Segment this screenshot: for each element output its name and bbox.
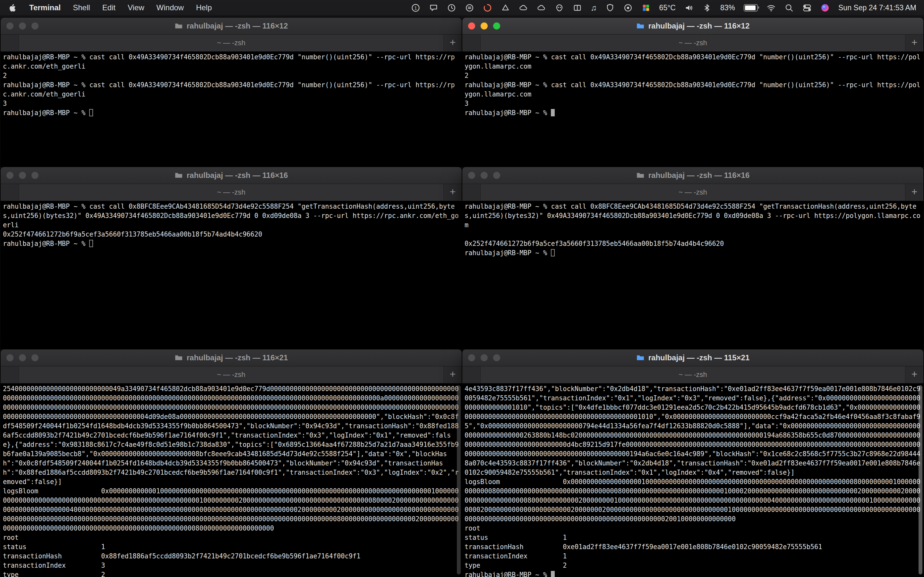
- window-title-text: rahulbajaj — -zsh — 116×16: [187, 171, 288, 180]
- terminal-line: rahulbajaj@RB-MBP ~ % cast call 0x49A334…: [465, 81, 921, 99]
- zoom-button[interactable]: [31, 23, 39, 29]
- close-button[interactable]: [468, 354, 475, 361]
- menu-shell[interactable]: Shell: [73, 3, 90, 12]
- tab-zsh[interactable]: ~ — -zsh: [480, 184, 905, 201]
- terminal-content[interactable]: rahulbajaj@RB-MBP ~ % cast call 0x8BFC8E…: [462, 201, 923, 349]
- app-circle-icon[interactable]: [465, 3, 474, 13]
- volume-icon[interactable]: [684, 3, 694, 13]
- bluetooth-icon[interactable]: [702, 3, 712, 13]
- window-title-text: rahulbajaj — -zsh — 116×16: [648, 171, 750, 180]
- menu-edit[interactable]: Edit: [102, 3, 115, 12]
- screen-record-badge-icon[interactable]: 1: [411, 3, 420, 13]
- tab-zsh[interactable]: ~ — -zsh: [480, 366, 905, 383]
- terminal-line: 3: [3, 99, 459, 108]
- window-titlebar[interactable]: rahulbajaj — -zsh — 116×21: [1, 350, 462, 366]
- new-tab-button[interactable]: +: [444, 366, 462, 383]
- terminal-line: 2: [3, 71, 459, 81]
- terminal-content[interactable]: rahulbajaj@RB-MBP ~ % cast call 0x8BFC8E…: [1, 201, 462, 349]
- shield-icon[interactable]: [606, 3, 615, 13]
- scrollbar[interactable]: [457, 385, 461, 574]
- close-button[interactable]: [6, 172, 13, 179]
- tab-zsh[interactable]: ~ — -zsh: [480, 35, 905, 51]
- scrollbar[interactable]: [919, 385, 922, 574]
- battery-percent: 83%: [720, 3, 735, 12]
- zoom-button[interactable]: [31, 354, 39, 361]
- zoom-button[interactable]: [31, 172, 39, 179]
- battery-fill: [745, 5, 756, 10]
- tab-zsh[interactable]: ~ — -zsh: [19, 35, 444, 51]
- menu-help[interactable]: Help: [196, 3, 212, 12]
- terminal-line: root: [3, 533, 459, 542]
- prompt-line: rahulbajaj@RB-MBP ~ %: [465, 108, 921, 118]
- new-tab-button[interactable]: +: [905, 35, 923, 51]
- minimize-button[interactable]: [481, 354, 488, 361]
- window-titlebar[interactable]: rahulbajaj — -zsh — 116×12: [1, 18, 462, 35]
- terminal-window-top-right: rahulbajaj — -zsh — 116×12 ~ — -zsh + ra…: [462, 18, 923, 167]
- tab-zsh[interactable]: ~ — -zsh: [19, 366, 444, 383]
- terminal-line: 4e43593c8837f17ff436","blockNumber":"0x2…: [465, 384, 921, 477]
- minimize-button[interactable]: [481, 172, 488, 179]
- terminal-content[interactable]: rahulbajaj@RB-MBP ~ % cast call 0x49A334…: [1, 52, 462, 167]
- window-title: rahulbajaj — -zsh — 116×21: [174, 353, 288, 362]
- terminal-content[interactable]: 4e43593c8837f17ff436","blockNumber":"0x2…: [462, 384, 923, 577]
- zoom-button[interactable]: [493, 172, 500, 179]
- cloud-icon[interactable]: [519, 3, 528, 13]
- window-titlebar[interactable]: rahulbajaj — -zsh — 115×21: [462, 350, 923, 366]
- traffic-lights: [468, 23, 500, 29]
- menu-bar-left: Terminal Shell Edit View Window Help: [8, 3, 212, 13]
- music-icon[interactable]: ♫: [591, 3, 597, 13]
- minimize-button[interactable]: [19, 23, 26, 29]
- close-button[interactable]: [468, 172, 475, 179]
- window-tiler-icon[interactable]: [573, 3, 582, 13]
- temperature-reading[interactable]: 65°C: [659, 3, 676, 12]
- terminal-line: 0x252f474661272b6f9a5cef3a5660f313785eb5…: [3, 230, 459, 239]
- battery-icon[interactable]: [744, 4, 758, 11]
- close-button[interactable]: [468, 23, 475, 29]
- terminal-window-top-left: rahulbajaj — -zsh — 116×12 ~ — -zsh + ra…: [1, 18, 462, 167]
- minimize-button[interactable]: [19, 172, 26, 179]
- terminal-line: logsBloom 0x0000000000000000001000000000…: [465, 477, 921, 524]
- zoom-button[interactable]: [493, 354, 500, 361]
- cloud-2-icon[interactable]: [537, 3, 546, 13]
- wifi-icon[interactable]: [766, 3, 776, 13]
- menu-clock[interactable]: Sun Sep 24 7:41:53 AM: [838, 3, 916, 12]
- siri-icon[interactable]: [821, 3, 830, 13]
- color-grid-icon[interactable]: [641, 3, 651, 13]
- record-dot-icon[interactable]: [624, 3, 633, 13]
- minimize-button[interactable]: [19, 354, 26, 361]
- close-button[interactable]: [6, 23, 13, 29]
- window-titlebar[interactable]: rahulbajaj — -zsh — 116×16: [462, 167, 923, 184]
- drive-icon[interactable]: [501, 3, 510, 13]
- tab-bar: ~ — -zsh +: [1, 366, 462, 384]
- close-button[interactable]: [6, 354, 13, 361]
- apple-menu-icon[interactable]: [8, 3, 17, 13]
- window-titlebar[interactable]: rahulbajaj — -zsh — 116×12: [462, 18, 923, 35]
- new-tab-button[interactable]: +: [444, 184, 462, 201]
- prompt-line: rahulbajaj@RB-MBP ~ %: [465, 248, 921, 258]
- window-title: rahulbajaj — -zsh — 116×12: [636, 21, 750, 31]
- menu-window[interactable]: Window: [157, 3, 184, 12]
- alien-icon[interactable]: [555, 3, 564, 13]
- new-tab-button[interactable]: +: [444, 35, 462, 51]
- terminal-line: transactionHash 0x88fed1886af5ccdd8093b2…: [3, 552, 459, 561]
- zoom-button[interactable]: [493, 23, 500, 29]
- terminal-content[interactable]: 254000000000000000000000000049a33490734f…: [1, 384, 462, 577]
- menu-view[interactable]: View: [128, 3, 144, 12]
- folder-icon: [636, 172, 645, 179]
- rewind-icon[interactable]: [483, 3, 492, 13]
- terminal-window-middle-left: rahulbajaj — -zsh — 116×16 ~ — -zsh + ra…: [1, 167, 462, 349]
- terminal-content[interactable]: rahulbajaj@RB-MBP ~ % cast call 0x49A334…: [462, 52, 923, 167]
- terminal-line: status 1: [465, 533, 921, 542]
- control-center-icon[interactable]: [803, 3, 812, 13]
- tab-bar: ~ — -zsh +: [462, 35, 923, 52]
- spotlight-search-icon[interactable]: [784, 3, 794, 13]
- menu-app-name[interactable]: Terminal: [29, 3, 61, 12]
- minimize-button[interactable]: [481, 23, 488, 29]
- window-titlebar[interactable]: rahulbajaj — -zsh — 116×16: [1, 167, 462, 184]
- tab-zsh[interactable]: ~ — -zsh: [19, 184, 444, 201]
- messages-icon[interactable]: [429, 3, 438, 13]
- new-tab-button[interactable]: +: [905, 184, 923, 201]
- new-tab-button[interactable]: +: [905, 366, 923, 383]
- time-machine-icon[interactable]: [447, 3, 456, 13]
- terminal-line: transactionIndex 1: [465, 552, 921, 561]
